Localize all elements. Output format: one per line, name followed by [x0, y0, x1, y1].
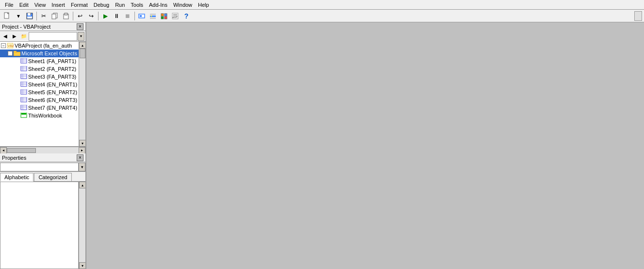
props-tabs: Alphabetic Categorized [0, 172, 85, 182]
tab-alphabetic[interactable]: Alphabetic [0, 173, 33, 182]
svg-rect-8 [52, 14, 56, 19]
props-dropdown-btn[interactable]: ▾ [79, 163, 85, 171]
props-object-dropdown[interactable] [0, 163, 79, 171]
props-title-label: Properties [2, 155, 26, 161]
tree-item-sheet3[interactable]: Sheet3 (FA_PART3) [0, 73, 79, 81]
project-title-bar: Project - VBAProject × [0, 22, 85, 31]
tree-scroll-thumb[interactable] [80, 49, 85, 58]
props-close-button[interactable]: × [77, 154, 83, 161]
toolbar-save-btn[interactable] [24, 11, 35, 21]
menu-bar: File Edit View Insert Format Debug Run T… [0, 0, 644, 10]
menu-addins[interactable]: Add-Ins [146, 1, 170, 8]
menu-view[interactable]: View [32, 1, 49, 8]
toolbar-new-btn[interactable] [2, 11, 13, 21]
menu-help[interactable]: Help [195, 1, 212, 8]
proj-toggle-folders-btn[interactable]: 📁 [19, 32, 28, 41]
props-scroll-down-btn[interactable]: ▾ [79, 262, 85, 269]
toolbar-design-btn[interactable] [136, 11, 147, 21]
toolbar-combo-scrollbar[interactable] [634, 11, 642, 21]
tree-expand-excel_objects[interactable]: − [8, 51, 13, 56]
tree-item-sheet4[interactable]: Sheet4 (EN_PART1) [0, 81, 79, 88]
proj-view-code-btn[interactable]: ◀ [1, 32, 10, 41]
tree-item-thisworkbook[interactable]: ThisWorkbook [0, 112, 79, 119]
props-title-bar: Properties × [0, 153, 85, 162]
svg-rect-41 [21, 82, 27, 86]
menu-debug[interactable]: Debug [91, 1, 112, 8]
menu-format[interactable]: Format [68, 1, 91, 8]
toolbar-pause-btn[interactable]: ⏸ [111, 11, 122, 21]
toolbar-object-btn[interactable] [159, 11, 169, 21]
svg-rect-33 [21, 66, 27, 71]
svg-rect-20 [165, 17, 167, 19]
tree-label-sheet5: Sheet5 (EN_PART2) [28, 89, 77, 95]
toolbar-redo-btn[interactable]: ↪ [86, 11, 97, 21]
svg-rect-12 [140, 15, 142, 17]
proj-view-object-btn[interactable]: ▶ [10, 32, 19, 41]
menu-window[interactable]: Window [170, 1, 195, 8]
toolbar-undo-btn[interactable]: ↩ [75, 11, 85, 21]
tree-item-sheet1[interactable]: Sheet1 (FA_PART1) [0, 57, 79, 65]
svg-rect-29 [21, 58, 27, 63]
tree-hscroll-track [7, 148, 79, 153]
tree-label-sheet3: Sheet3 (FA_PART3) [28, 74, 76, 80]
tree-item-sheet6[interactable]: Sheet6 (EN_PART3) [0, 96, 79, 104]
svg-rect-13 [150, 14, 156, 15]
svg-rect-15 [150, 17, 156, 19]
main-code-area [86, 22, 644, 269]
svg-rect-18 [165, 14, 167, 16]
svg-rect-37 [21, 74, 27, 79]
menu-tools[interactable]: Tools [128, 1, 146, 8]
tree-item-excel_objects[interactable]: −Microsoft Excel Objects [0, 50, 79, 57]
menu-file[interactable]: File [2, 1, 17, 8]
svg-text:VBA: VBA [8, 44, 14, 48]
toolbar-sep-3 [98, 12, 99, 20]
tree-icon-sheet6 [20, 97, 27, 103]
tree-expand-vbaproject[interactable]: − [1, 43, 6, 48]
svg-rect-45 [21, 89, 27, 94]
tree-item-vbaproject[interactable]: −VBAVBAProject (fa_en_auth [0, 42, 79, 50]
properties-panel: Properties × ▾ Alphabetic Categorized ▴ … [0, 153, 85, 269]
props-content [0, 182, 79, 269]
project-panel: Project - VBAProject × ◀ ▶ 📁 ▾ −VBAVBAPr… [0, 22, 85, 153]
project-close-button[interactable]: × [77, 23, 83, 30]
tree-label-sheet2: Sheet2 (FA_PART2) [28, 66, 76, 72]
tree-scroll-up-btn[interactable]: ▴ [79, 42, 86, 49]
props-vscroll: ▴ ▾ [79, 182, 85, 269]
toolbar-help-btn[interactable]: ? [181, 11, 192, 21]
tree-item-sheet7[interactable]: Sheet7 (EN_PART4) [0, 104, 79, 112]
toolbar-copy-btn[interactable] [50, 11, 60, 21]
tree-container[interactable]: −VBAVBAProject (fa_en_auth−Microsoft Exc… [0, 42, 79, 147]
tree-hscroll-left-btn[interactable]: ◂ [0, 147, 7, 154]
tree-item-sheet5[interactable]: Sheet5 (EN_PART2) [0, 88, 79, 96]
svg-rect-58 [21, 113, 26, 115]
toolbar-cut-btn[interactable]: ✂ [38, 11, 49, 21]
tree-label-sheet4: Sheet4 (EN_PART1) [28, 82, 77, 87]
toolbar-wordwrap-btn[interactable] [170, 11, 181, 21]
props-scroll-up-btn[interactable]: ▴ [79, 182, 85, 188]
svg-rect-6 [27, 17, 32, 18]
tree-hscroll-right-btn[interactable]: ▸ [79, 147, 85, 154]
toolbar-stop-btn[interactable]: ⏹ [122, 11, 133, 21]
tree-item-sheet2[interactable]: Sheet2 (FA_PART2) [0, 65, 79, 73]
toolbar-run-btn[interactable]: ▶ [100, 11, 111, 21]
tree-hscroll-thumb[interactable] [7, 148, 36, 153]
tree-icon-sheet7 [20, 105, 27, 111]
project-toolbar: ◀ ▶ 📁 ▾ [0, 31, 85, 42]
proj-combo[interactable] [29, 32, 77, 41]
tree-label-sheet6: Sheet6 (EN_PART3) [28, 97, 77, 103]
toolbar-paste-btn[interactable] [61, 11, 71, 21]
svg-rect-5 [30, 13, 31, 15]
tree-with-scroll: −VBAVBAProject (fa_en_auth−Microsoft Exc… [0, 42, 85, 147]
svg-rect-14 [150, 16, 156, 17]
menu-insert[interactable]: Insert [49, 1, 68, 8]
tree-icon-sheet5 [20, 89, 27, 95]
menu-edit[interactable]: Edit [17, 1, 32, 8]
tab-categorized[interactable]: Categorized [34, 173, 71, 181]
menu-run[interactable]: Run [112, 1, 128, 8]
toolbar-sep-1 [36, 12, 37, 20]
toolbar-dropdown-btn[interactable]: ▾ [13, 11, 24, 21]
left-panel: Project - VBAProject × ◀ ▶ 📁 ▾ −VBAVBAPr… [0, 22, 86, 269]
proj-combo-scroll[interactable]: ▾ [78, 32, 84, 41]
toolbar-breakpoints-btn[interactable] [148, 11, 158, 21]
tree-scroll-down-btn[interactable]: ▾ [79, 140, 86, 147]
